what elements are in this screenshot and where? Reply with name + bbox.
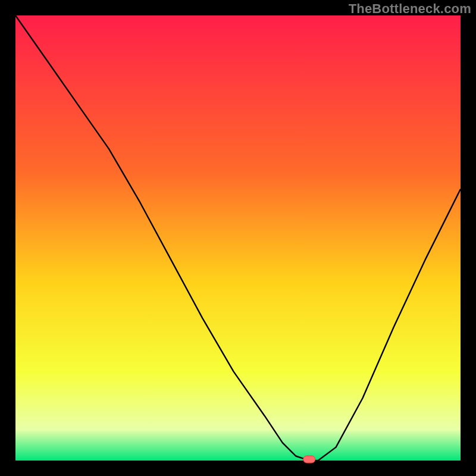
watermark-label: TheBottleneck.com — [349, 1, 471, 17]
optimum-marker — [303, 456, 315, 463]
chart-stage: TheBottleneck.com — [0, 0, 476, 476]
plot-background — [15, 15, 461, 461]
bottleneck-chart — [0, 0, 476, 476]
